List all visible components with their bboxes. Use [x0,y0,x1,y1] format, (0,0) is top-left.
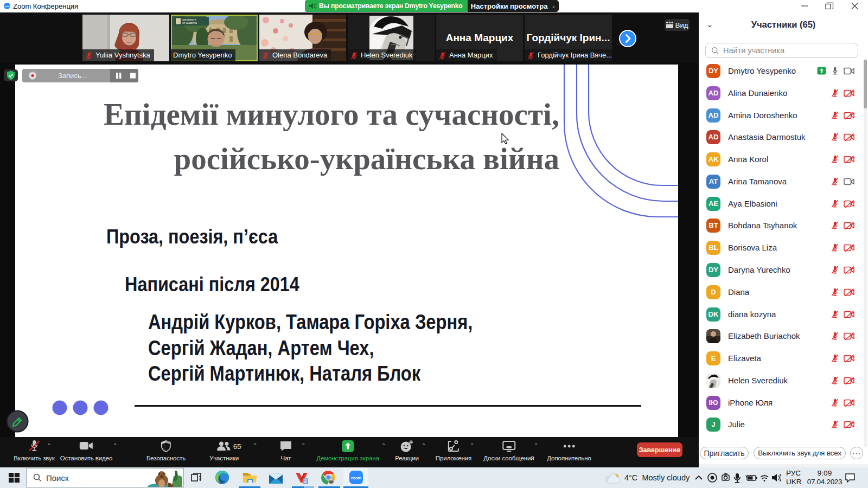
svg-text:zoom: zoom [4,5,9,8]
svg-text:UNIVERSITY: UNIVERSITY [182,18,196,21]
svg-text:OF ALBERTA: OF ALBERTA [182,22,197,24]
svg-text:Zoom Конференция: Zoom Конференция [13,2,78,10]
svg-text:zoom: zoom [351,476,362,480]
